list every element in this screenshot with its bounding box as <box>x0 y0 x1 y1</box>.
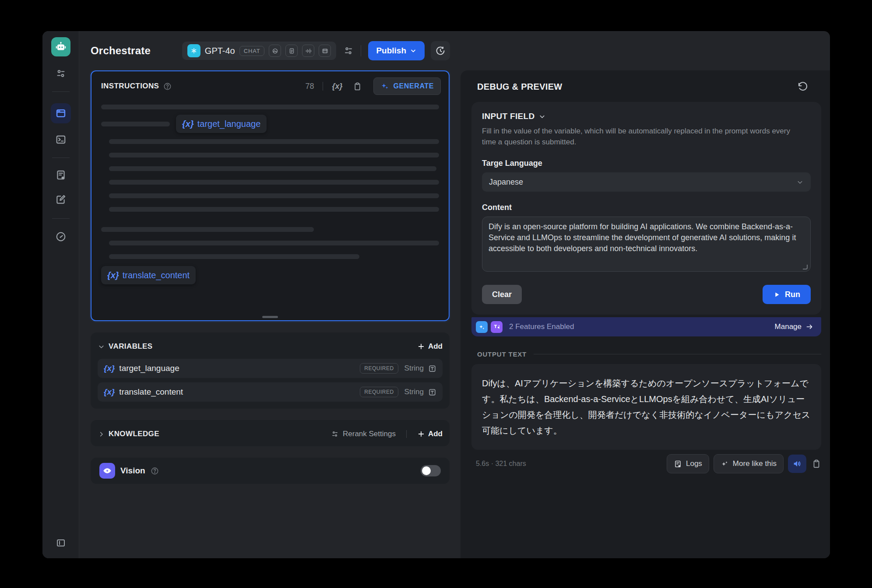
chevron-down-icon[interactable] <box>98 343 105 350</box>
resize-drag-handle[interactable] <box>262 316 278 318</box>
clear-label: Clear <box>492 290 512 299</box>
more-like-this-button[interactable]: More like this <box>714 454 784 473</box>
restart-conversation-icon[interactable] <box>797 81 808 92</box>
speaker-icon <box>792 459 802 469</box>
divider <box>323 82 323 91</box>
plus-icon <box>417 343 425 350</box>
skeleton-line <box>101 227 314 232</box>
output-card: Difyは、AIアプリケーションを構築するためのオープンソースプラットフォームで… <box>471 364 821 450</box>
sidebar <box>42 31 79 558</box>
chevron-down-icon <box>796 178 804 186</box>
add-label: Add <box>428 342 443 351</box>
sparkle-icon <box>721 460 729 468</box>
play-audio-button[interactable] <box>788 455 806 473</box>
insert-variable-button[interactable]: {x} <box>332 82 342 91</box>
main-column: Orchestrate GPT-4o CHAT <box>79 31 461 558</box>
app-header: Orchestrate GPT-4o CHAT <box>79 31 461 70</box>
variable-row-translate-content[interactable]: {x} translate_content REQUIRED String <box>98 382 443 402</box>
more-like-this-label: More like this <box>733 459 777 468</box>
sidebar-item-logs[interactable] <box>55 169 67 181</box>
variable-token: {x} <box>182 119 194 129</box>
debug-preview-panel: DEBUG & PREVIEW INPUT FIELD Fill in the … <box>461 70 830 558</box>
debug-panel-header: DEBUG & PREVIEW <box>461 70 830 100</box>
skeleton-line <box>101 122 170 126</box>
char-count: 78 <box>305 82 314 91</box>
vision-section: Vision <box>91 458 450 484</box>
logs-icon <box>674 460 682 468</box>
help-icon[interactable] <box>151 467 159 475</box>
skeleton-line <box>109 254 359 259</box>
toggle-knob <box>422 466 431 475</box>
sidebar-divider <box>52 158 70 158</box>
logs-button[interactable]: Logs <box>667 454 709 473</box>
model-parameters-icon[interactable] <box>343 46 354 56</box>
string-type-icon <box>428 388 436 396</box>
debug-title: DEBUG & PREVIEW <box>477 82 563 92</box>
output-footer: 5.6s · 321 chars Logs More like this <box>471 454 821 473</box>
help-icon[interactable] <box>163 82 172 91</box>
input-field-header[interactable]: INPUT FIELD <box>482 112 811 121</box>
collapse-sidebar-icon[interactable] <box>55 537 67 549</box>
logs-label: Logs <box>686 459 702 468</box>
text-to-speech-feature-icon <box>491 321 503 333</box>
content-label: Content <box>482 203 811 212</box>
variable-token: {x} <box>104 387 115 397</box>
add-knowledge-button[interactable]: Add <box>417 430 443 438</box>
skeleton-line <box>109 193 439 198</box>
instructions-header: INSTRUCTIONS 78 {x} <box>91 71 449 97</box>
run-button[interactable]: Run <box>763 285 811 304</box>
sparkle-icon <box>380 82 389 91</box>
orchestrate-settings-icon[interactable] <box>55 68 67 79</box>
output-text-header: OUTPUT TEXT <box>477 350 821 358</box>
vision-capability-icon <box>269 45 281 57</box>
clear-button[interactable]: Clear <box>482 285 522 304</box>
sidebar-item-terminal[interactable] <box>55 134 67 145</box>
copy-output-icon[interactable] <box>812 459 821 469</box>
knowledge-title: KNOWLEDGE <box>109 430 159 438</box>
vision-toggle[interactable] <box>421 465 441 476</box>
plus-icon <box>417 430 425 438</box>
sidebar-divider <box>52 218 70 219</box>
variables-section: VARIABLES Add {x} target_language REQUIR… <box>91 332 450 409</box>
version-history-button[interactable] <box>431 41 450 60</box>
variable-name: target_language <box>119 364 179 373</box>
input-field-description: Fill in the value of the variable, which… <box>482 126 806 147</box>
input-field-title: INPUT FIELD <box>482 112 534 121</box>
vision-eye-icon <box>99 463 115 479</box>
sidebar-divider <box>52 91 70 92</box>
prompt-editor-area: INSTRUCTIONS 78 {x} <box>79 70 461 484</box>
target-language-select[interactable]: Japanese <box>482 172 811 192</box>
rerank-sliders-icon <box>331 430 339 438</box>
manage-label: Manage <box>775 322 802 331</box>
arrow-right-icon <box>805 323 813 331</box>
rerank-settings-button[interactable]: Rerank Settings <box>331 430 396 438</box>
skeleton-line <box>109 241 439 245</box>
play-icon <box>773 291 781 298</box>
run-label: Run <box>785 290 800 299</box>
sidebar-item-monitoring[interactable] <box>55 231 67 242</box>
add-label: Add <box>428 430 443 438</box>
copy-prompt-icon[interactable] <box>353 82 362 91</box>
chevron-right-icon[interactable] <box>98 430 105 438</box>
content-textarea[interactable]: Dify is an open-source platform for buil… <box>482 217 811 272</box>
app-logo-robot-icon[interactable] <box>51 37 70 56</box>
manage-features-button[interactable]: Manage <box>775 322 813 331</box>
required-badge: REQUIRED <box>360 387 398 397</box>
sidebar-item-orchestrate-active[interactable] <box>51 103 71 123</box>
skeleton-line <box>101 105 439 109</box>
model-selector[interactable]: GPT-4o CHAT <box>182 42 337 60</box>
instructions-editor[interactable]: {x} target_language {x} <box>91 97 449 284</box>
variable-chip-target-language[interactable]: {x} target_language <box>176 115 267 133</box>
skeleton-line <box>109 180 439 185</box>
instructions-card[interactable]: INSTRUCTIONS 78 {x} <box>91 70 450 321</box>
generate-button[interactable]: GENERATE <box>373 77 441 95</box>
clock-history-icon <box>435 46 446 56</box>
sparkle-feature-icon <box>476 321 488 333</box>
page-title: Orchestrate <box>91 45 151 57</box>
publish-button[interactable]: Publish <box>368 41 425 60</box>
variable-row-target-language[interactable]: {x} target_language REQUIRED String <box>98 359 443 378</box>
sidebar-item-annotation[interactable] <box>55 194 67 205</box>
features-bar[interactable]: 2 Features Enabled Manage <box>471 317 821 336</box>
add-variable-button[interactable]: Add <box>417 342 443 351</box>
variable-chip-translate-content[interactable]: {x} translate_content <box>101 266 196 284</box>
